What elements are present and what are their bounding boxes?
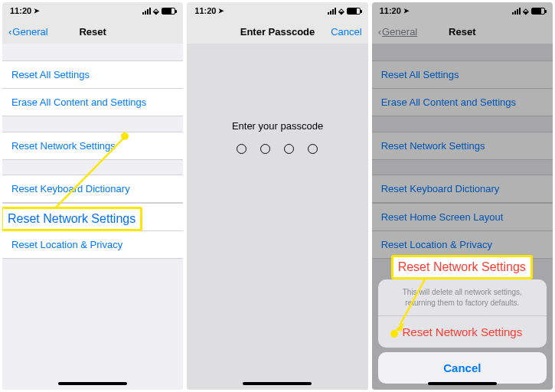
battery-icon [347, 8, 361, 15]
location-icon: ➤ [218, 7, 224, 15]
settings-list: Reset All Settings Erase All Content and… [2, 44, 183, 390]
phone-screen-2: 11:20 ➤ ⬙ Enter Passcode Cancel Enter yo… [187, 2, 367, 390]
annotation-callout: Reset Network Settings [2, 207, 142, 231]
action-sheet: This will delete all network settings, r… [378, 279, 547, 384]
home-indicator[interactable] [243, 382, 312, 385]
home-indicator[interactable] [428, 382, 497, 385]
signal-icon [142, 8, 151, 15]
back-label: General [12, 26, 47, 38]
sheet-action-reset-network[interactable]: Reset Network Settings [378, 316, 547, 348]
annotation-dot [390, 330, 398, 338]
location-icon: ➤ [34, 7, 40, 15]
cell-reset-keyboard[interactable]: Reset Keyboard Dictionary [2, 175, 183, 203]
cell-erase-all[interactable]: Erase All Content and Settings [2, 88, 183, 116]
battery-icon [162, 8, 175, 15]
passcode-prompt: Enter your passcode [232, 120, 323, 132]
sheet-cancel-button[interactable]: Cancel [378, 352, 547, 384]
annotation-dot [121, 132, 129, 140]
back-button[interactable]: ‹ General [8, 26, 48, 38]
chevron-left-icon: ‹ [8, 26, 11, 38]
signal-icon [328, 8, 336, 15]
cell-reset-network[interactable]: Reset Network Settings [2, 132, 183, 160]
status-time: 11:20 [10, 6, 31, 15]
passcode-screen: Enter your passcode [187, 44, 367, 390]
status-bar: 11:20 ➤ ⬙ [187, 2, 367, 19]
nav-bar: Enter Passcode Cancel [187, 19, 367, 44]
phone-screen-1: 11:20 ➤ ⬙ ‹ General Reset Reset All Sett… [2, 2, 183, 390]
status-icons: ⬙ [142, 7, 175, 15]
status-bar: 11:20 ➤ ⬙ [2, 2, 183, 19]
annotation-callout: Reset Network Settings [391, 255, 533, 279]
passcode-dots[interactable] [237, 144, 318, 154]
wifi-icon: ⬙ [338, 7, 344, 15]
cancel-button[interactable]: Cancel [331, 26, 361, 38]
sheet-message: This will delete all network settings, r… [378, 279, 547, 316]
cell-reset-all[interactable]: Reset All Settings [2, 60, 183, 89]
phone-screen-3: 11:20 ➤ ⬙ ‹ General Reset Reset All Sett… [372, 2, 553, 390]
cell-reset-location[interactable]: Reset Location & Privacy [2, 230, 183, 259]
status-time: 11:20 [194, 6, 216, 15]
nav-bar: ‹ General Reset [2, 19, 183, 44]
passcode-dot [308, 144, 318, 154]
passcode-dot [237, 144, 246, 154]
home-indicator[interactable] [58, 382, 127, 385]
passcode-dot [260, 144, 270, 154]
wifi-icon: ⬙ [153, 7, 159, 15]
status-icons: ⬙ [328, 7, 361, 15]
passcode-dot [284, 144, 294, 154]
